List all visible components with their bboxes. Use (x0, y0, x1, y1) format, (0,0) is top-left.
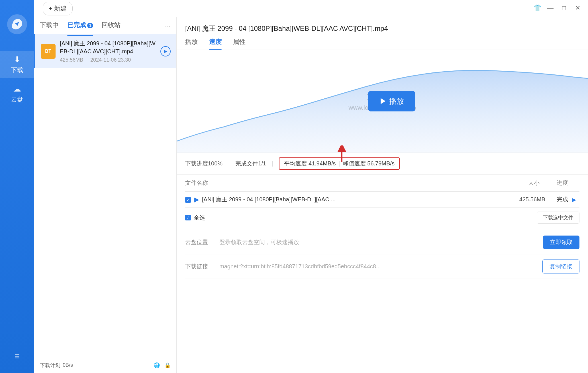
file-row-play-btn[interactable]: ▶ (568, 196, 579, 203)
detail-tab-speed[interactable]: 速度 (209, 38, 222, 50)
play-large-button[interactable]: ▶ 播放 (368, 91, 415, 112)
sidebar-nav: ⬇ 下载 ☁ 云盘 (0, 51, 34, 107)
main-area: + 新建 下载中 已完成1 回收站 ··· BT [ANi] 魔王 2099 -… (34, 0, 588, 373)
lock-icon: 🔒 (164, 362, 171, 368)
copy-link-button[interactable]: 复制链接 (542, 260, 579, 273)
col-progress-header: 进度 (540, 179, 568, 187)
cloud-icon: ☁ (13, 84, 21, 94)
detail-tab-play[interactable]: 播放 (185, 38, 198, 50)
file-row-name: [ANi] 魔王 2099 - 04 [1080P][Baha][WEB-DL]… (202, 196, 505, 203)
table-row[interactable]: ✓ ▶ [ANi] 魔王 2099 - 04 [1080P][Baha][WEB… (185, 192, 579, 208)
detail-header: [ANi] 魔王 2099 - 04 [1080P][Baha][WEB-DL]… (177, 17, 588, 50)
stats-files: 完成文件1/1 (235, 160, 266, 167)
topbar: + 新建 (34, 0, 588, 17)
stats-divider-1: | (228, 160, 230, 167)
sidebar-bottom: ≡ (0, 351, 34, 362)
sidebar: ⬇ 下载 ☁ 云盘 ≡ (0, 0, 34, 373)
stats-bar: 下载进度100% | 完成文件1/1 | 平均速度 41.94MB/s | 峰值… (177, 153, 588, 175)
close-button[interactable]: ✕ (573, 3, 582, 13)
content-panel: 下载中 已完成1 回收站 ··· BT [ANi] 魔王 2099 - 04 [… (34, 17, 588, 373)
detail-tab-props[interactable]: 属性 (233, 38, 246, 50)
tab-recycle[interactable]: 回收站 (102, 21, 121, 31)
tab-more-button[interactable]: ··· (165, 22, 171, 30)
download-selected-button[interactable]: 下载选中文件 (537, 212, 579, 224)
file-row-progress: 完成 (545, 196, 568, 203)
stats-divider-2: | (272, 160, 273, 167)
cloud-label: 云盘位置 (185, 238, 214, 246)
stats-progress: 下载进度100% (185, 160, 222, 167)
file-meta: 425.56MB 2024-11-06 23:30 (60, 57, 156, 63)
file-size: 425.56MB (60, 57, 83, 63)
file-list-section: 文件名称 大小 进度 ✓ ▶ [ANi] 魔王 2099 - 04 [1080P… (177, 175, 588, 228)
file-info: [ANi] 魔王 2099 - 04 [1080P][Baha][WEB-DL]… (60, 39, 156, 63)
link-row: 下载链接 magnet:?xt=urn:btih:85fd48871713cdb… (185, 254, 579, 279)
download-item[interactable]: BT [ANi] 魔王 2099 - 04 [1080P][Baha][WEB-… (34, 34, 176, 68)
ie-icon: 🌐 (154, 362, 160, 368)
completed-badge: 1 (87, 23, 93, 28)
select-all-row: ✓ 全选 下载选中文件 (185, 208, 579, 228)
link-label: 下载链接 (185, 263, 214, 270)
file-row-size: 425.56MB (505, 196, 545, 203)
logo-icon (10, 17, 24, 31)
detail-tabs: 播放 速度 属性 (185, 38, 579, 50)
stats-avg-speed: 平均速度 41.94MB/s (284, 160, 336, 167)
shirt-icon[interactable]: 👕 (534, 4, 541, 12)
minimize-button[interactable]: — (546, 3, 555, 13)
status-bar: 下载计划 0B/s 🌐 🔒 (34, 357, 176, 373)
link-value: magnet:?xt=urn:btih:85fd48871713cdbfbd59… (219, 263, 537, 270)
tab-bar: 下载中 已完成1 回收站 ··· (34, 17, 176, 34)
col-size-header: 大小 (500, 179, 540, 187)
extra-section: 云盘位置 登录领取云盘空间，可极速播放 立即领取 下载链接 magnet:?xt… (177, 230, 588, 279)
plan-value: 0B/s (63, 362, 73, 368)
file-name: [ANi] 魔王 2099 - 04 [1080P][Baha][WEB-DL]… (60, 39, 156, 55)
download-list-panel: 下载中 已完成1 回收站 ··· BT [ANi] 魔王 2099 - 04 [… (34, 17, 177, 373)
file-date: 2024-11-06 23:30 (90, 57, 131, 63)
cloud-value: 登录领取云盘空间，可极速播放 (219, 238, 537, 246)
new-button[interactable]: + 新建 (43, 2, 73, 15)
select-all-label: 全选 (194, 214, 205, 222)
sidebar-item-cloud-label: 云盘 (11, 95, 23, 104)
sidebar-item-download[interactable]: ⬇ 下载 (0, 51, 34, 78)
status-icons: 🌐 🔒 (154, 362, 171, 368)
speed-chart-area: 龙虾论坛 www.longxiayuanma.top ▶ 播放 (177, 50, 588, 153)
cloud-row: 云盘位置 登录领取云盘空间，可极速播放 立即领取 (185, 230, 579, 254)
file-list-header: 文件名称 大小 进度 (185, 175, 579, 192)
file-bt-icon: BT (41, 44, 56, 59)
detail-panel: [ANi] 魔王 2099 - 04 [1080P][Baha][WEB-DL]… (177, 17, 588, 373)
annotation-arrow (333, 145, 350, 163)
plan-label: 下载计划 (40, 362, 60, 369)
tab-downloading[interactable]: 下载中 (40, 21, 59, 31)
detail-title: [ANi] 魔王 2099 - 04 [1080P][Baha][WEB-DL]… (185, 24, 579, 33)
item-play-button[interactable]: ▶ (160, 46, 171, 56)
sidebar-item-cloud[interactable]: ☁ 云盘 (0, 81, 34, 107)
window-controls: 👕 — □ ✕ (534, 3, 582, 13)
sidebar-item-download-label: 下载 (11, 66, 23, 74)
download-plan: 下载计划 0B/s (40, 362, 73, 369)
maximize-button[interactable]: □ (560, 3, 569, 13)
download-list-container: BT [ANi] 魔王 2099 - 04 [1080P][Baha][WEB-… (34, 34, 176, 357)
col-name-header: 文件名称 (185, 179, 500, 187)
tab-completed[interactable]: 已完成1 (67, 21, 93, 31)
file-play-icon: ▶ (194, 196, 199, 203)
app-logo (7, 14, 27, 34)
stats-peak-speed: 峰值速度 56.79MB/s (343, 160, 395, 167)
download-icon: ⬇ (14, 55, 21, 64)
select-all-checkbox[interactable]: ✓ (185, 215, 191, 220)
file-checkbox[interactable]: ✓ (185, 196, 191, 203)
menu-button[interactable]: ≡ (15, 351, 20, 362)
cloud-claim-button[interactable]: 立即领取 (543, 236, 579, 249)
